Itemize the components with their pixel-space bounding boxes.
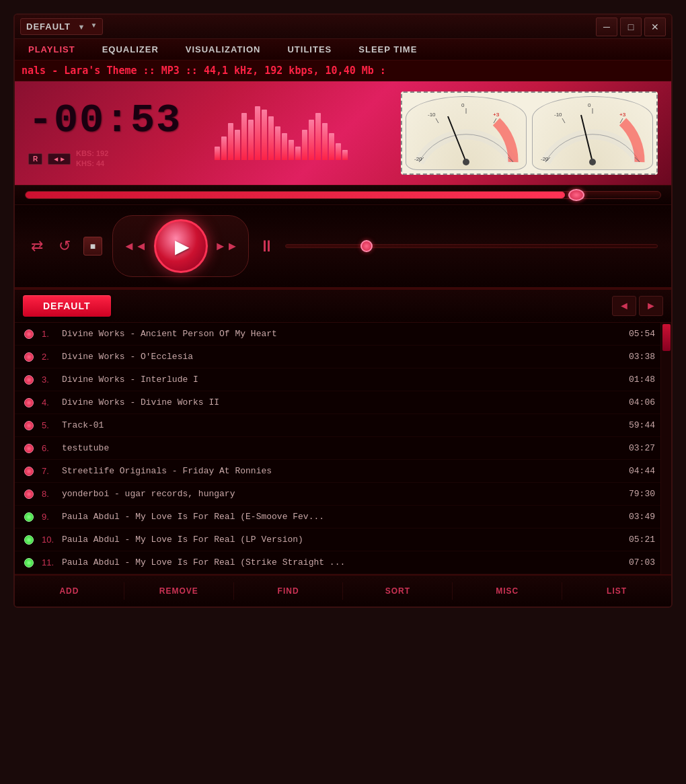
spectrum-bar	[262, 110, 267, 160]
prev-button[interactable]: ◄◄	[123, 239, 147, 253]
item-duration: 04:06	[629, 397, 655, 407]
list-item[interactable]: 9.Paula Abdul - My Love Is For Real (E-S…	[15, 506, 671, 528]
pause-button[interactable]: ⏸	[259, 237, 275, 256]
item-number: 3.	[42, 375, 62, 385]
list-item[interactable]: 6.testutube03:27	[15, 437, 671, 460]
bottom-btn-add[interactable]: ADD	[15, 582, 124, 600]
title-bar-left: DEFAULT ▼	[20, 18, 103, 35]
title-dropdown[interactable]: DEFAULT ▼	[20, 18, 103, 35]
item-dot	[24, 352, 34, 362]
bottom-bar: ADDREMOVEFINDSORTMISCLIST	[15, 574, 671, 606]
spectrum-bar	[255, 106, 260, 160]
playlist-next-button[interactable]: ►	[639, 296, 663, 316]
item-number: 10.	[42, 535, 62, 545]
stop-button[interactable]	[83, 237, 102, 256]
volume-slider-container[interactable]	[285, 244, 658, 248]
maximize-button[interactable]: □	[620, 17, 642, 36]
next-button[interactable]: ►►	[215, 239, 239, 253]
spectrum-bar	[228, 123, 233, 160]
eq-badge: ◄►	[48, 153, 71, 165]
list-item[interactable]: 10.Paula Abdul - My Love Is For Real (LP…	[15, 528, 671, 551]
svg-text:+3: +3	[493, 112, 500, 118]
list-item[interactable]: 3.Divine Works - Interlude I01:48	[15, 368, 671, 391]
svg-text:-10: -10	[428, 112, 436, 118]
bottom-btn-list[interactable]: LIST	[562, 582, 671, 600]
bottom-btn-remove[interactable]: REMOVE	[124, 582, 234, 600]
item-number: 11.	[42, 557, 62, 567]
nav-sleeptime[interactable]: SLEEP TIME	[358, 44, 417, 54]
close-button[interactable]: ✕	[644, 17, 666, 36]
list-item[interactable]: 7.Streetlife Originals - Friday At Ronni…	[15, 460, 671, 483]
item-dot	[24, 329, 34, 339]
playlist-prev-button[interactable]: ◄	[612, 296, 636, 316]
item-number: 1.	[42, 329, 62, 339]
spectrum-bar	[235, 130, 240, 160]
item-duration: 03:27	[629, 443, 655, 453]
nav-equalizer[interactable]: EQUALIZER	[102, 44, 159, 54]
spectrum-bar	[336, 143, 341, 160]
repeat-button[interactable]: ↺	[56, 235, 73, 258]
spectrum-bar	[315, 113, 321, 160]
item-dot	[24, 421, 34, 430]
spectrum-bar	[329, 133, 334, 160]
title-bar: DEFAULT ▼ ─ □ ✕	[15, 15, 671, 39]
spectrum-bar	[309, 120, 314, 160]
bottom-btn-sort[interactable]: SORT	[343, 582, 453, 600]
now-playing-text: nals - Lara's Theme :: MP3 :: 44,1 kHz, …	[22, 65, 664, 77]
item-duration: 07:03	[629, 557, 655, 567]
vu-meter-right: -20 -10 0 +3	[532, 96, 653, 170]
controls-section: ⇄ ↺ ◄◄ ►► ⏸	[15, 205, 671, 288]
item-title: Divine Works - Interlude I	[62, 375, 622, 385]
svg-point-10	[463, 159, 469, 165]
shuffle-button[interactable]: ⇄	[28, 235, 46, 258]
nav-utilites[interactable]: UTILITES	[287, 44, 332, 54]
volume-track[interactable]	[285, 244, 658, 248]
item-number: 5.	[42, 420, 62, 430]
list-item[interactable]: 2.Divine Works - O'Ecclesia03:38	[15, 346, 671, 368]
progress-thumb[interactable]	[568, 189, 584, 201]
play-button[interactable]	[154, 219, 208, 273]
bottom-btn-misc[interactable]: MISC	[453, 582, 562, 600]
list-item[interactable]: 8.yonderboi - ugar records, hungary79:30	[15, 483, 671, 506]
item-number: 9.	[42, 512, 62, 522]
item-title: Divine Works - Ancient Person Of My Hear…	[62, 329, 622, 339]
item-duration: 05:54	[629, 329, 655, 339]
playlist-name-button[interactable]: DEFAULT	[23, 295, 111, 317]
nav-visualization[interactable]: VISUALIZATION	[186, 44, 261, 54]
svg-text:-20: -20	[541, 156, 549, 162]
progress-bar[interactable]	[25, 191, 661, 199]
bottom-btn-find[interactable]: FIND	[234, 582, 344, 600]
scroll-thumb[interactable]	[662, 324, 671, 351]
playlist-list-area: 1.Divine Works - Ancient Person Of My He…	[15, 323, 671, 574]
title-label: DEFAULT	[26, 22, 71, 32]
item-number: 8.	[42, 489, 62, 499]
sample-rate-value: KHS: 44	[76, 159, 108, 169]
volume-thumb[interactable]	[360, 240, 373, 252]
list-item[interactable]: 11.Paula Abdul - My Love Is For Real (St…	[15, 551, 671, 574]
list-item[interactable]: 4.Divine Works - Divine Works II04:06	[15, 391, 671, 414]
nav-playlist[interactable]: PLAYLIST	[28, 44, 75, 54]
playlist-section: DEFAULT ◄ ► 1.Divine Works - Ancient Per…	[15, 288, 671, 574]
nav-bar: PLAYLIST EQUALIZER VISUALIZATION UTILITE…	[15, 39, 671, 61]
list-item[interactable]: 5.Track-0159:44	[15, 414, 671, 437]
item-number: 4.	[42, 397, 62, 407]
item-duration: 04:44	[629, 466, 655, 476]
item-duration: 01:48	[629, 375, 655, 385]
item-title: Paula Abdul - My Love Is For Real (E-Smo…	[62, 512, 622, 522]
item-dot	[24, 444, 34, 453]
bitrate-info: R ◄► KBS: 192 KHS: 44	[28, 149, 194, 169]
spectrum-bar	[342, 150, 348, 160]
spectrum-bar	[302, 130, 307, 160]
list-item[interactable]: 1.Divine Works - Ancient Person Of My He…	[15, 323, 671, 346]
item-title: yonderboi - ugar records, hungary	[62, 489, 622, 499]
spectrum-bar	[289, 140, 294, 160]
item-dot	[24, 467, 34, 476]
dropdown-arrow: ▼	[78, 23, 86, 31]
item-duration: 03:49	[629, 512, 655, 522]
minimize-button[interactable]: ─	[596, 17, 617, 36]
svg-text:0: 0	[461, 102, 465, 108]
svg-text:-20: -20	[414, 156, 422, 162]
spectrum-bar	[275, 126, 280, 160]
progress-section[interactable]	[15, 186, 671, 205]
scrollbar[interactable]	[660, 323, 671, 574]
